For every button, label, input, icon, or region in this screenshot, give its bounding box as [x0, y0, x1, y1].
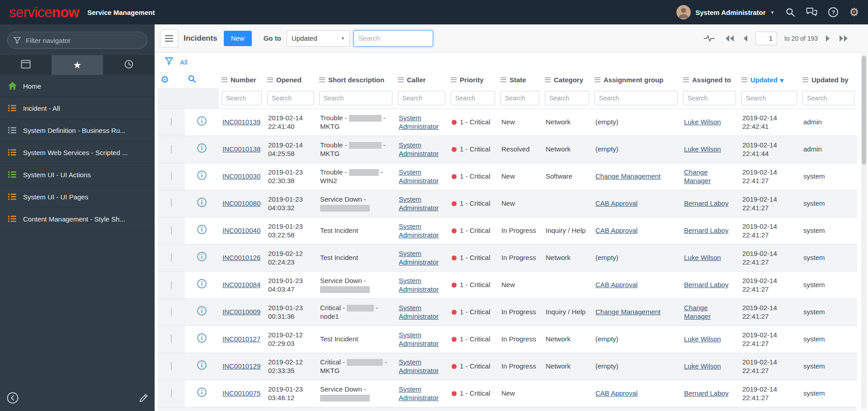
breadcrumb-all-link[interactable]: All	[180, 58, 188, 66]
column-search-input[interactable]	[267, 91, 314, 105]
caller-link[interactable]: System Administrator	[399, 195, 439, 212]
next-page-icon[interactable]	[825, 35, 831, 42]
assigned-to-link[interactable]: Luke Wilson	[684, 145, 721, 153]
column-header-label[interactable]: Opened	[276, 76, 302, 84]
list-search-input[interactable]	[354, 30, 433, 47]
filter-navigator-input[interactable]	[7, 32, 147, 49]
record-preview-info-icon[interactable]	[197, 364, 207, 372]
personalize-list-gear-icon[interactable]: ⚙	[160, 74, 169, 85]
column-header-label[interactable]: Priority	[460, 76, 484, 84]
assigned-to-link[interactable]: Bernard Laboy	[684, 281, 728, 288]
incident-number-link[interactable]: INC0010080	[222, 199, 260, 207]
row-checkbox[interactable]	[171, 226, 172, 235]
tab-history[interactable]	[103, 55, 155, 75]
assigned-to-link[interactable]: Bernard Laboy	[684, 389, 728, 397]
column-header-label[interactable]: Assigned to	[692, 76, 731, 84]
caller-link[interactable]: System Administrator	[399, 250, 439, 266]
assigned-to-link[interactable]: Bernard Laboy	[684, 199, 728, 207]
record-preview-info-icon[interactable]	[197, 228, 207, 236]
incident-number-link[interactable]: INC0010009	[222, 308, 260, 316]
row-checkbox[interactable]	[171, 335, 172, 343]
column-search-input[interactable]	[545, 91, 589, 105]
assignment-group-link[interactable]: CAB Approval	[595, 199, 637, 207]
column-header-label[interactable]: Caller	[407, 76, 426, 84]
row-checkbox[interactable]	[171, 172, 172, 180]
record-preview-info-icon[interactable]	[197, 120, 207, 128]
list-context-menu-button[interactable]	[160, 29, 178, 47]
row-checkbox[interactable]	[171, 145, 172, 153]
record-preview-info-icon[interactable]	[197, 255, 207, 263]
incident-number-link[interactable]: INC0010138	[222, 145, 260, 153]
new-button[interactable]: New	[224, 31, 252, 46]
column-context-icon[interactable]	[398, 77, 404, 82]
column-context-icon[interactable]	[683, 77, 689, 82]
incident-number-link[interactable]: INC0010139	[222, 118, 260, 126]
row-checkbox[interactable]	[171, 280, 172, 289]
caller-link[interactable]: System Administrator	[399, 277, 439, 293]
column-context-icon[interactable]	[594, 77, 600, 82]
caller-link[interactable]: System Administrator	[399, 385, 439, 402]
assigned-to-link[interactable]: Change Manager	[684, 168, 711, 184]
column-search-input[interactable]	[683, 91, 736, 105]
record-preview-info-icon[interactable]	[197, 147, 207, 155]
sidebar-item[interactable]: System Web Services - Scripted ...	[0, 142, 155, 164]
caller-link[interactable]: System Administrator	[399, 304, 439, 320]
assigned-to-link[interactable]: Bernard Laboy	[684, 227, 728, 234]
record-preview-info-icon[interactable]	[197, 201, 207, 209]
column-context-icon[interactable]	[319, 77, 325, 82]
caller-link[interactable]: System Administrator	[399, 114, 439, 130]
last-page-icon[interactable]	[838, 35, 849, 42]
incident-number-link[interactable]: INC0010030	[222, 172, 260, 180]
row-checkbox[interactable]	[171, 307, 172, 316]
record-preview-info-icon[interactable]	[197, 283, 207, 290]
sidebar-item[interactable]: System Definition - Business Ru...	[0, 119, 155, 142]
assignment-group-link[interactable]: Change Management	[595, 172, 660, 180]
assigned-to-link[interactable]: Luke Wilson	[684, 335, 721, 343]
caller-link[interactable]: System Administrator	[399, 222, 439, 239]
vertical-scrollbar[interactable]	[861, 53, 867, 409]
column-header-label[interactable]: Assignment group	[604, 76, 664, 84]
assignment-group-link[interactable]: CAB Approval	[595, 227, 637, 234]
column-context-icon[interactable]	[802, 77, 808, 82]
incident-number-link[interactable]: INC0010127	[222, 335, 260, 343]
edit-favorites-pencil-icon[interactable]	[139, 393, 148, 405]
column-header-label[interactable]: Short description	[328, 76, 384, 84]
column-header-label[interactable]: State	[509, 76, 526, 84]
column-context-icon[interactable]	[500, 77, 506, 82]
assigned-to-link[interactable]: Luke Wilson	[684, 254, 721, 261]
tab-favorites[interactable]: ★	[52, 55, 103, 75]
column-search-input[interactable]	[319, 91, 392, 105]
row-checkbox[interactable]	[171, 199, 172, 208]
assigned-to-link[interactable]: Luke Wilson	[684, 362, 721, 370]
incident-number-link[interactable]: INC0010040	[222, 227, 260, 234]
caller-link[interactable]: System Administrator	[399, 141, 439, 157]
assignment-group-link[interactable]: CAB Approval	[595, 281, 637, 288]
page-number-input[interactable]	[755, 32, 777, 45]
list-column-search-icon[interactable]	[188, 77, 196, 85]
row-checkbox[interactable]	[171, 253, 172, 262]
column-context-icon[interactable]	[267, 77, 273, 82]
record-preview-info-icon[interactable]	[197, 391, 207, 399]
chat-icon[interactable]	[806, 7, 817, 17]
column-header-label[interactable]: Updated by	[811, 76, 849, 84]
activity-pulse-icon[interactable]	[703, 34, 715, 43]
scrollbar-thumb[interactable]	[862, 56, 866, 165]
help-icon[interactable]: ?	[828, 7, 838, 17]
column-search-input[interactable]	[741, 91, 797, 105]
assignment-group-link[interactable]: Change Management	[595, 308, 660, 316]
row-checkbox[interactable]	[171, 118, 172, 126]
record-preview-info-icon[interactable]	[197, 310, 207, 317]
sidebar-item[interactable]: System UI - UI Actions	[0, 164, 155, 186]
caller-link[interactable]: System Administrator	[399, 331, 439, 347]
column-search-input[interactable]	[451, 91, 495, 105]
collapse-sidebar-icon[interactable]	[6, 392, 19, 406]
record-preview-info-icon[interactable]	[197, 337, 207, 345]
column-search-input[interactable]	[802, 91, 854, 105]
assigned-to-link[interactable]: Change Manager	[684, 304, 711, 320]
incident-number-link[interactable]: INC0010126	[222, 254, 260, 261]
column-search-input[interactable]	[594, 91, 678, 105]
row-checkbox[interactable]	[171, 362, 172, 370]
filter-funnel-icon[interactable]	[165, 57, 174, 67]
column-context-icon[interactable]	[222, 77, 227, 82]
column-context-icon[interactable]	[741, 77, 747, 82]
